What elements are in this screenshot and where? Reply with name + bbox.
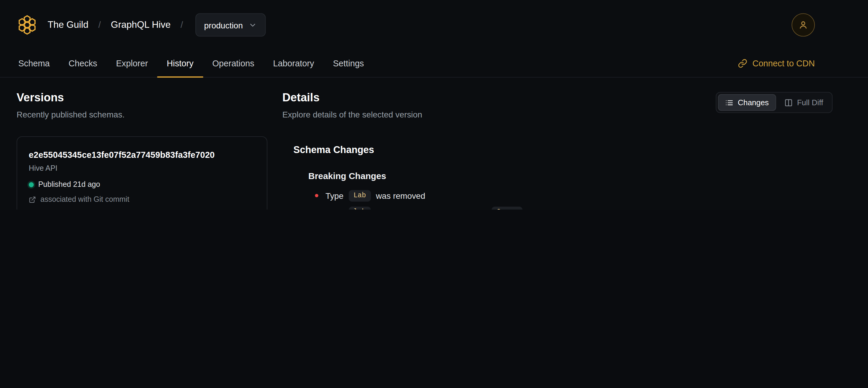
published-time: Published 21d ago — [38, 179, 100, 190]
change-text: Type — [326, 191, 343, 200]
tab-settings[interactable]: Settings — [323, 50, 373, 77]
list-icon — [725, 98, 733, 107]
chevron-down-icon — [249, 21, 257, 29]
change-list: TypeLabwas removedFieldlabwas removed fr… — [308, 187, 833, 210]
breadcrumb-project[interactable]: GraphQL Hive — [111, 20, 170, 30]
tab-laboratory[interactable]: Laboratory — [264, 50, 323, 77]
versions-panel: Versions Recently published schemas. e2e… — [17, 90, 268, 210]
tab-schema[interactable]: Schema — [9, 50, 59, 77]
tab-history[interactable]: History — [157, 50, 203, 77]
change-row: Fieldlabwas removed from object typeQuer… — [308, 204, 833, 210]
main-content: Versions Recently published schemas. e2e… — [0, 78, 868, 210]
version-hash: e2e55045345ce13fe07f52a77459b83fa3fe7020 — [29, 149, 255, 161]
view-mode-full-diff-button[interactable]: Full Diff — [777, 94, 830, 111]
change-section-title: Breaking Changes — [308, 171, 833, 182]
code-badge: Lab — [348, 190, 371, 202]
status-dot — [29, 182, 34, 187]
view-mode-changes-label: Changes — [738, 98, 769, 107]
change-row: TypeLabwas removed — [308, 187, 833, 204]
change-bullet — [315, 194, 318, 197]
main-nav: Schema Checks Explorer History Operation… — [0, 50, 868, 78]
target-selector[interactable]: production — [195, 13, 266, 36]
versions-subtitle: Recently published schemas. — [17, 109, 268, 121]
change-text: Field — [326, 207, 343, 210]
target-selector-value: production — [204, 20, 243, 30]
code-badge: Query — [492, 206, 522, 210]
details-subtitle: Explore details of the selected version — [282, 109, 422, 121]
view-mode-full-diff-label: Full Diff — [797, 98, 823, 107]
git-commit-link[interactable]: associated with Git commit — [29, 194, 255, 205]
details-panel: Details Explore details of the selected … — [282, 90, 868, 210]
versions-list: e2e55045345ce13fe07f52a77459b83fa3fe7020… — [17, 136, 268, 210]
details-header-text: Details Explore details of the selected … — [282, 90, 422, 121]
change-section-breaking: Breaking ChangesTypeLabwas removedFieldl… — [293, 171, 833, 210]
view-mode-toggle: Changes Full Diff — [716, 92, 833, 113]
versions-title: Versions — [17, 90, 268, 105]
hive-honeycomb-icon[interactable] — [17, 14, 38, 35]
app-window: The Guild / GraphQL Hive / production Sc… — [0, 0, 868, 210]
git-commit-text: associated with Git commit — [40, 194, 129, 205]
user-icon — [798, 20, 809, 30]
version-published-row: Published 21d ago — [29, 179, 255, 190]
version-card[interactable]: e2e55045345ce13fe07f52a77459b83fa3fe7020… — [23, 142, 261, 210]
change-text: was removed — [376, 191, 425, 200]
tab-operations[interactable]: Operations — [203, 50, 264, 77]
breadcrumb-separator: / — [181, 20, 183, 30]
connect-to-cdn-label: Connect to CDN — [752, 59, 815, 68]
link-icon — [738, 59, 748, 68]
user-menu-button[interactable] — [792, 13, 815, 36]
breadcrumb-org[interactable]: The Guild — [48, 20, 88, 30]
schema-changes-sections: Breaking ChangesTypeLabwas removedFieldl… — [293, 171, 833, 210]
connect-to-cdn-button[interactable]: Connect to CDN — [738, 50, 815, 77]
code-badge: lab — [348, 206, 371, 210]
breadcrumb-separator: / — [98, 20, 101, 30]
change-text: was removed from object type — [376, 207, 487, 210]
external-link-icon — [29, 196, 36, 203]
top-header: The Guild / GraphQL Hive / production — [0, 0, 868, 50]
tab-checks[interactable]: Checks — [59, 50, 106, 77]
schema-changes-block: Schema Changes Breaking ChangesTypeLabwa… — [282, 143, 833, 210]
tab-explorer[interactable]: Explorer — [106, 50, 157, 77]
view-mode-changes-button[interactable]: Changes — [718, 94, 776, 111]
details-title: Details — [282, 90, 422, 105]
version-service: Hive API — [29, 163, 255, 174]
schema-changes-title: Schema Changes — [293, 143, 833, 156]
columns-icon — [784, 98, 793, 107]
details-header: Details Explore details of the selected … — [282, 90, 833, 121]
